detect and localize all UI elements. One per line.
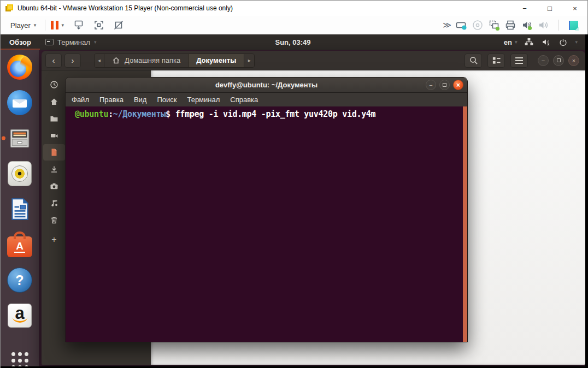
breadcrumb-home[interactable]: Домашняя папка <box>104 54 189 67</box>
show-devices-button[interactable]: ≫ <box>443 20 452 30</box>
cdrom-button[interactable] <box>471 19 484 32</box>
menu-view[interactable]: Вид <box>134 96 147 104</box>
message-log-button[interactable] <box>567 19 580 32</box>
terminal-minimize-button[interactable]: − <box>426 80 436 90</box>
path-scroll-left-button[interactable]: ◂ <box>95 54 104 67</box>
sidebar-music[interactable] <box>43 195 65 211</box>
search-button[interactable] <box>464 54 482 68</box>
sidebar-downloads[interactable] <box>43 161 65 177</box>
sound-secondary-button[interactable] <box>537 19 550 32</box>
terminal-titlebar[interactable]: devffy@ubuntu: ~/Документы − × <box>66 78 467 93</box>
terminal-window-controls: − × <box>426 80 463 90</box>
volume-muted-icon <box>541 37 551 47</box>
show-applications-button[interactable] <box>7 347 33 366</box>
menu-file[interactable]: Файл <box>72 96 89 104</box>
topbar-status-area: en ▾ <box>504 37 585 47</box>
sidebar-desktop[interactable] <box>43 110 65 127</box>
power-icon <box>558 38 568 47</box>
hamburger-icon <box>515 57 523 64</box>
chevron-down-icon: ▾ <box>61 22 64 28</box>
sidebar-trash[interactable] <box>43 212 65 228</box>
player-menu-button[interactable]: Player ▾ <box>7 19 39 32</box>
firefox-icon <box>7 55 32 80</box>
volume-menu[interactable] <box>541 37 551 47</box>
files-window-controls: − × <box>538 55 579 66</box>
terminal-close-button[interactable]: × <box>453 80 463 90</box>
dock-item-firefox[interactable] <box>7 54 33 80</box>
send-ctrl-alt-del-button[interactable] <box>73 19 86 32</box>
app-menu-button[interactable]: Терминал ▾ <box>40 34 102 50</box>
fullscreen-button[interactable] <box>92 19 105 32</box>
terminal-prompt: @ubuntu:~/Документы$ffmpeg -i vid.mp4 -p… <box>66 106 467 119</box>
terminal-scrollbar[interactable] <box>463 106 467 342</box>
close-button[interactable]: × <box>562 1 587 16</box>
terminal-maximize-button[interactable] <box>439 80 450 90</box>
files-headerbar: ‹ › ◂ Домашняя папка Документы <box>42 51 585 70</box>
menu-search[interactable]: Поиск <box>157 96 177 104</box>
player-menu-label: Player <box>10 21 31 29</box>
window-controls: − □ × <box>512 1 587 16</box>
forward-button[interactable]: › <box>64 54 81 68</box>
view-options-button[interactable] <box>487 54 505 68</box>
path-scroll-right-button[interactable]: ▸ <box>244 54 254 67</box>
ubuntu-software-icon: A <box>7 236 32 257</box>
dock-item-help[interactable]: ? <box>7 267 33 293</box>
terminal-body[interactable]: @ubuntu:~/Документы$ffmpeg -i vid.mp4 -p… <box>66 106 467 342</box>
dock-item-thunderbird[interactable] <box>7 90 33 116</box>
unity-mode-button[interactable] <box>112 19 125 32</box>
files-header-actions: − × <box>464 54 581 68</box>
printer-button[interactable] <box>504 19 517 32</box>
sidebar-pictures[interactable] <box>43 178 65 194</box>
sound-button[interactable] <box>520 19 533 32</box>
power-menu[interactable] <box>558 37 568 47</box>
sidebar-home[interactable] <box>43 93 65 110</box>
network-adapter-button[interactable] <box>487 19 501 32</box>
prompt-dollar: $ <box>166 109 170 119</box>
back-button[interactable]: ‹ <box>45 54 62 68</box>
dock-item-rhythmbox[interactable] <box>7 161 33 187</box>
libreoffice-writer-icon <box>7 197 32 222</box>
breadcrumb-documents-label: Документы <box>196 56 236 64</box>
menu-edit[interactable]: Правка <box>99 96 124 104</box>
vmware-toolbar: Player ▾ ▾ ≫ <box>1 16 587 34</box>
files-minimize-button[interactable]: − <box>538 55 549 66</box>
menu-button[interactable] <box>510 54 528 68</box>
terminal-menubar: Файл Правка Вид Поиск Терминал Справка <box>66 93 467 106</box>
maximize-button[interactable]: □ <box>537 1 562 16</box>
toolbar-separator <box>45 20 45 31</box>
network-menu[interactable] <box>524 37 534 47</box>
video-camera-icon <box>50 131 58 140</box>
camera-icon <box>50 182 58 191</box>
hard-disk-button[interactable] <box>455 19 468 32</box>
app-menu-label: Терминал <box>57 38 90 46</box>
sidebar-videos[interactable] <box>43 127 65 144</box>
menu-help[interactable]: Справка <box>230 96 258 104</box>
suspend-button[interactable]: ▾ <box>51 21 64 29</box>
clock-icon <box>50 80 58 89</box>
sidebar-other-locations[interactable]: + <box>43 229 65 245</box>
sidebar-recent[interactable] <box>43 76 65 93</box>
unity-icon <box>113 19 125 31</box>
breadcrumb-documents[interactable]: Документы <box>189 54 244 67</box>
activities-button[interactable]: Обзор <box>1 34 40 50</box>
note-icon <box>569 21 578 30</box>
dock-item-ubuntu-software[interactable]: A <box>7 232 33 258</box>
chevron-down-icon: ▾ <box>515 39 518 45</box>
sidebar-documents[interactable] <box>43 144 65 161</box>
minimize-button[interactable]: − <box>512 1 537 16</box>
printer-icon <box>504 19 517 32</box>
dock-item-files[interactable] <box>7 125 33 151</box>
dock-item-libreoffice-writer[interactable] <box>7 196 33 222</box>
amazon-icon: a <box>8 304 32 328</box>
clock-button[interactable]: Sun, 03:49 <box>275 38 310 46</box>
files-close-button[interactable]: × <box>568 55 579 66</box>
files-maximize-button[interactable] <box>553 55 564 66</box>
help-icon: ? <box>7 268 32 293</box>
keyboard-layout-button[interactable]: en ▾ <box>504 38 518 46</box>
menu-terminal[interactable]: Терминал <box>187 96 220 104</box>
view-list-icon <box>492 56 501 65</box>
vmware-titlebar: Ubuntu 64-bit - VMware Workstation 15 Pl… <box>1 1 587 16</box>
dock-item-amazon[interactable]: a <box>7 302 33 329</box>
keyboard-icon <box>73 19 85 31</box>
system-menu-button[interactable]: ▾ <box>575 39 578 45</box>
